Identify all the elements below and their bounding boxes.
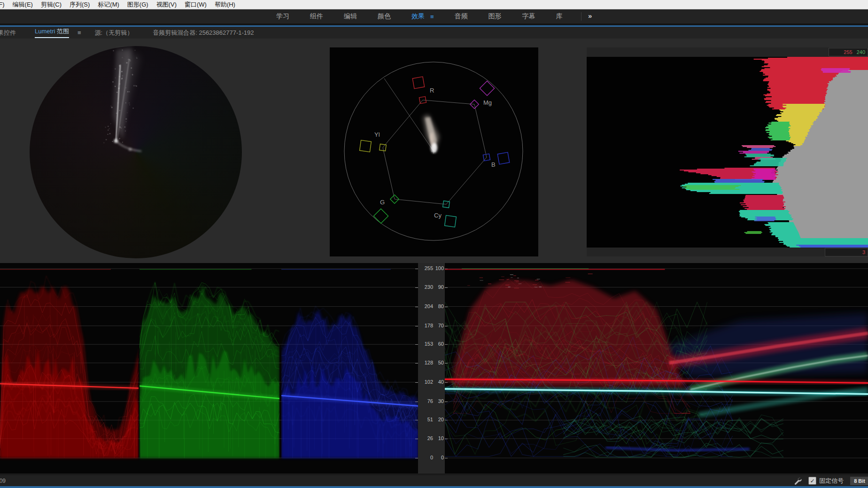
status-bar: 709 ✓ 固定信号 8 Bit — [0, 475, 868, 486]
workspace-tab-3[interactable]: 颜色 — [378, 12, 391, 21]
scale-ire-value: 50 — [434, 360, 444, 365]
settings-wrench-icon[interactable] — [793, 477, 802, 485]
focused-panel-bottom-border — [0, 486, 868, 488]
vectorscope-target-label: Cy — [434, 212, 442, 219]
scale-8bit-value: 0 — [418, 455, 433, 460]
scale-ire-value: 70 — [434, 323, 444, 328]
scale-tick — [415, 269, 418, 269]
scale-ire-value: 20 — [434, 417, 444, 422]
menu-item-7[interactable]: 窗口(W) — [185, 0, 207, 9]
histogram-top-strip: 255 240 — [587, 47, 868, 57]
scale-row: 7630 — [418, 398, 445, 405]
scale-8bit-value: 102 — [418, 379, 433, 385]
vectorscope-hls-trace — [30, 46, 242, 258]
menu-item-4[interactable]: 标记(M) — [98, 0, 119, 9]
workspace-tab-bar: 学习组件编辑颜色效果≡音频图形字幕库 » — [0, 9, 868, 23]
waveform-scale: 2551002309020480178701536012850102407630… — [418, 263, 445, 473]
scale-tick — [415, 363, 418, 364]
tab-source-monitor[interactable]: 源:（无剪辑） — [95, 29, 133, 37]
clip-low-red-value: 3 — [862, 249, 865, 255]
scale-row: 23090 — [418, 284, 445, 291]
rgb-overlay-waveform — [445, 263, 868, 473]
vectorscope-yuv: RMgBCyGYl — [330, 47, 538, 256]
scale-ire-value: 30 — [434, 398, 444, 404]
scale-tick — [415, 439, 418, 439]
scale-tick — [415, 307, 418, 307]
histogram-clip-low-readout: 3 — [825, 248, 868, 256]
scale-8bit-value: 230 — [418, 284, 433, 290]
scale-ire-value: 0 — [434, 455, 444, 460]
workspace-tab-2[interactable]: 编辑 — [344, 12, 357, 21]
workspace-tab-7[interactable]: 字幕 — [522, 12, 535, 21]
scale-tick — [415, 287, 418, 288]
status-bar-right: ✓ 固定信号 8 Bit — [793, 477, 868, 485]
scale-ire-value: 60 — [434, 341, 444, 347]
scale-row: 2610 — [418, 435, 445, 442]
vectorscope-target-label: B — [491, 161, 496, 168]
workspace-tab-4[interactable]: 效果≡ — [411, 12, 434, 21]
menu-item-3[interactable]: 序列(S) — [70, 0, 90, 9]
tab-lumetri-scopes[interactable]: Lumetri 范围 — [35, 27, 69, 38]
scale-row: 17870 — [418, 323, 445, 329]
colorspace-label: 709 — [0, 478, 6, 484]
menu-item-2[interactable]: 剪辑(C) — [41, 0, 62, 9]
scale-tick — [415, 458, 418, 458]
menu-item-6[interactable]: 视图(V) — [156, 0, 177, 9]
scale-row: 10240 — [418, 379, 445, 386]
scale-8bit-value: 255 — [418, 265, 433, 271]
workspace-overflow-icon[interactable]: » — [588, 12, 592, 20]
scale-8bit-value: 76 — [418, 398, 433, 404]
pin-signal-checkbox[interactable]: ✓ — [808, 477, 816, 485]
menu-item-5[interactable]: 图形(G) — [127, 0, 148, 9]
tab-lumetri-scopes-label: Lumetri — [35, 28, 55, 35]
scale-8bit-value: 204 — [418, 303, 433, 309]
workspace-tab-menu-icon[interactable]: ≡ — [430, 13, 434, 20]
os-menu-bar: 文件(F)编辑(E)剪辑(C)序列(S)标记(M)图形(G)视图(V)窗口(W)… — [0, 0, 868, 9]
vectorscope-target-label: Yl — [374, 131, 380, 138]
tab-audio-clip-mixer[interactable]: 音频剪辑混合器: 25623862777-1-192 — [153, 29, 254, 37]
vectorscope-target-label: G — [380, 199, 385, 206]
workspace-tab-5[interactable]: 音频 — [455, 12, 468, 21]
scale-8bit-value: 51 — [418, 417, 433, 422]
bit-depth-selector[interactable]: 8 Bit — [850, 477, 868, 485]
scale-row: 15360 — [418, 341, 445, 348]
lumetri-scopes-panel: RMgBCyGYl 255 240 3 25510023090204801787… — [0, 39, 868, 475]
scale-row: 255100 — [418, 265, 445, 272]
vectorscope-target-label: Mg — [483, 99, 492, 106]
menu-item-1[interactable]: 编辑(E) — [13, 0, 33, 9]
premiere-window: 文件(F)编辑(E)剪辑(C)序列(S)标记(M)图形(G)视图(V)窗口(W)… — [0, 0, 868, 488]
panel-tab-strip: 效果控件 Lumetri 范围 ≡ 源:（无剪辑） 音频剪辑混合器: 25623… — [0, 27, 868, 39]
scale-tick — [415, 326, 418, 326]
histogram-panel: 255 240 3 — [587, 47, 868, 256]
workspace-tab-1[interactable]: 组件 — [310, 12, 323, 21]
menu-item-0[interactable]: 文件(F) — [0, 0, 5, 9]
histogram-clip-high-readout: 255 240 — [829, 48, 868, 56]
histogram-plot — [587, 57, 868, 248]
workspace-separator — [581, 12, 581, 21]
workspace-tab-8[interactable]: 库 — [556, 12, 563, 21]
pin-signal-label: 固定信号 — [819, 477, 844, 485]
scale-8bit-value: 26 — [418, 435, 433, 441]
workspace-tab-0[interactable]: 学习 — [276, 12, 289, 21]
scale-ire-value: 80 — [434, 303, 444, 309]
tab-lumetri-scopes-label2: 范围 — [55, 28, 69, 35]
clip-high-red-value: 255 — [844, 49, 852, 55]
histogram-bottom-strip: 3 — [587, 248, 868, 256]
menu-item-8[interactable]: 帮助(H) — [215, 0, 235, 9]
waveform-area: 2551002309020480178701536012850102407630… — [0, 263, 868, 473]
scale-row: 00 — [418, 455, 445, 461]
vectorscope-hls — [30, 46, 242, 258]
scale-row: 12850 — [418, 360, 445, 366]
scale-ire-value: 40 — [434, 379, 444, 385]
scale-row: 5120 — [418, 417, 445, 423]
vectorscope-target-label: R — [430, 87, 434, 94]
scale-tick — [415, 402, 418, 402]
panel-menu-icon[interactable]: ≡ — [78, 29, 81, 36]
scale-tick — [415, 382, 418, 383]
workspace-tab-6[interactable]: 图形 — [488, 12, 502, 21]
scale-8bit-value: 153 — [418, 341, 433, 347]
workspace-tabs: 学习组件编辑颜色效果≡音频图形字幕库 — [276, 9, 563, 23]
scale-8bit-value: 128 — [418, 360, 433, 365]
tab-effect-controls[interactable]: 效果控件 — [0, 29, 16, 37]
rgb-parade-scope — [0, 263, 418, 473]
